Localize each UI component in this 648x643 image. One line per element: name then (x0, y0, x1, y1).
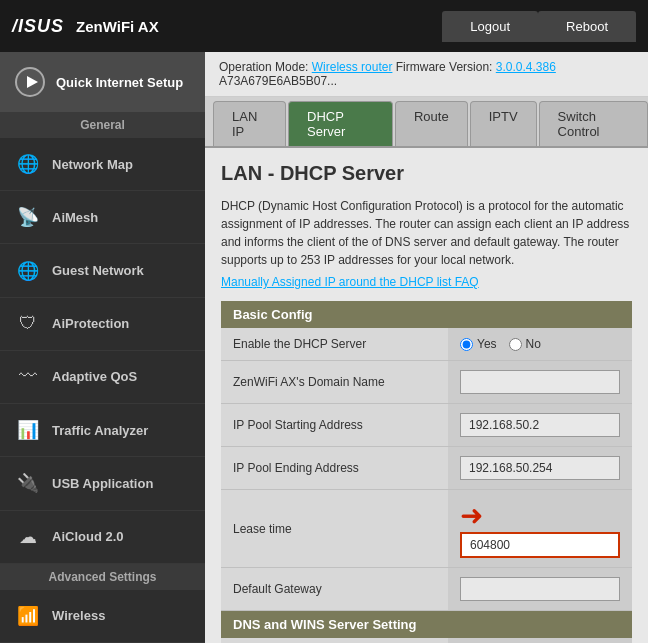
ip-pool-start-value (448, 404, 632, 447)
quick-setup-label: Quick Internet Setup (56, 75, 183, 90)
mac-address: A73A679E6AB5B07... (219, 74, 337, 88)
dhcp-yes-label[interactable]: Yes (460, 337, 497, 351)
guest-network-label: Guest Network (52, 263, 144, 278)
operation-mode-label: Operation Mode: (219, 60, 312, 74)
sidebar-item-aicloud[interactable]: ☁ AiCloud 2.0 (0, 511, 205, 564)
table-row: IP Pool Ending Address (221, 447, 632, 490)
basic-config-table: Enable the DHCP Server Yes No (221, 328, 632, 611)
lease-time-label: Lease time (221, 490, 448, 568)
tab-dhcp-server[interactable]: DHCP Server (288, 101, 393, 146)
traffic-analyzer-icon: 📊 (14, 416, 42, 444)
firmware-label: Firmware Version: (396, 60, 496, 74)
ip-pool-end-input[interactable] (460, 456, 620, 480)
network-map-icon: 🌐 (14, 150, 42, 178)
asus-logo: /ISUS (12, 16, 64, 37)
tab-iptv[interactable]: IPTV (470, 101, 537, 146)
default-gateway-value (448, 568, 632, 611)
default-gateway-input[interactable] (460, 577, 620, 601)
wireless-icon: 📶 (14, 602, 42, 630)
table-row: ZenWiFi AX's Domain Name (221, 361, 632, 404)
tab-lan-ip[interactable]: LAN IP (213, 101, 286, 146)
aimesh-icon: 📡 (14, 203, 42, 231)
aicloud-label: AiCloud 2.0 (52, 529, 124, 544)
table-row: Lease time ➜ (221, 490, 632, 568)
dns-server-label: DNS Server (221, 638, 448, 643)
usb-application-label: USB Application (52, 476, 153, 491)
usb-application-icon: 🔌 (14, 469, 42, 497)
tab-switch-control[interactable]: Switch Control (539, 101, 648, 146)
main-layout: Quick Internet Setup General 🌐 Network M… (0, 52, 648, 643)
quick-setup-icon (14, 66, 46, 98)
dhcp-no-radio[interactable] (509, 338, 522, 351)
ip-pool-end-label: IP Pool Ending Address (221, 447, 448, 490)
tab-bar: LAN IP DHCP Server Route IPTV Switch Con… (205, 97, 648, 148)
sidebar-item-wireless[interactable]: 📶 Wireless (0, 590, 205, 643)
default-gateway-label: Default Gateway (221, 568, 448, 611)
domain-name-value (448, 361, 632, 404)
dhcp-no-label[interactable]: No (509, 337, 541, 351)
network-map-label: Network Map (52, 157, 133, 172)
lease-time-value: ➜ (448, 490, 632, 568)
lease-time-input[interactable] (460, 532, 620, 558)
general-section-label: General (0, 112, 205, 138)
ip-pool-end-value (448, 447, 632, 490)
ip-pool-start-label: IP Pool Starting Address (221, 404, 448, 447)
basic-config-header: Basic Config (221, 301, 632, 328)
logo-area: /ISUS ZenWiFi AX (12, 16, 159, 37)
firmware-version: 3.0.0.4.386 (496, 60, 556, 74)
dhcp-yes-radio[interactable] (460, 338, 473, 351)
ip-pool-start-input[interactable] (460, 413, 620, 437)
app-header: /ISUS ZenWiFi AX Logout Reboot (0, 0, 648, 52)
adaptive-qos-icon: 〰 (14, 363, 42, 391)
main-panel: Operation Mode: Wireless router Firmware… (205, 52, 648, 643)
table-row: Default Gateway (221, 568, 632, 611)
sidebar-item-aiprotection[interactable]: 🛡 AiProtection (0, 298, 205, 351)
quick-internet-setup-item[interactable]: Quick Internet Setup (0, 52, 205, 112)
advanced-settings-label: Advanced Settings (0, 564, 205, 590)
table-row: Enable the DHCP Server Yes No (221, 328, 632, 361)
enable-dhcp-label: Enable the DHCP Server (221, 328, 448, 361)
table-row: DNS Server (221, 638, 632, 643)
dns-server-value (448, 638, 632, 643)
sidebar-item-usb-application[interactable]: 🔌 USB Application (0, 457, 205, 510)
domain-name-input[interactable] (460, 370, 620, 394)
sidebar-item-guest-network[interactable]: 🌐 Guest Network (0, 244, 205, 297)
domain-name-label: ZenWiFi AX's Domain Name (221, 361, 448, 404)
aicloud-icon: ☁ (14, 523, 42, 551)
sidebar-item-network-map[interactable]: 🌐 Network Map (0, 138, 205, 191)
traffic-analyzer-label: Traffic Analyzer (52, 423, 148, 438)
adaptive-qos-label: Adaptive QoS (52, 369, 137, 384)
operation-mode-value: Wireless router (312, 60, 393, 74)
content-area: LAN - DHCP Server DHCP (Dynamic Host Con… (205, 148, 648, 643)
guest-network-icon: 🌐 (14, 257, 42, 285)
dns-config-table: DNS Server (221, 638, 632, 643)
dhcp-radio-group: Yes No (460, 337, 620, 351)
header-buttons: Logout Reboot (442, 11, 636, 42)
reboot-button[interactable]: Reboot (538, 11, 636, 42)
dns-section-header: DNS and WINS Server Setting (221, 611, 632, 638)
sidebar-item-adaptive-qos[interactable]: 〰 Adaptive QoS (0, 351, 205, 404)
logout-button[interactable]: Logout (442, 11, 538, 42)
sidebar-item-aimesh[interactable]: 📡 AiMesh (0, 191, 205, 244)
info-bar: Operation Mode: Wireless router Firmware… (205, 52, 648, 97)
page-description: DHCP (Dynamic Host Configuration Protoco… (221, 197, 632, 269)
arrow-indicator: ➜ (460, 499, 483, 532)
sidebar: Quick Internet Setup General 🌐 Network M… (0, 52, 205, 643)
page-title: LAN - DHCP Server (221, 162, 632, 185)
faq-link[interactable]: Manually Assigned IP around the DHCP lis… (221, 275, 632, 289)
aiprotection-label: AiProtection (52, 316, 129, 331)
sidebar-item-traffic-analyzer[interactable]: 📊 Traffic Analyzer (0, 404, 205, 457)
table-row: IP Pool Starting Address (221, 404, 632, 447)
enable-dhcp-value: Yes No (448, 328, 632, 361)
tab-route[interactable]: Route (395, 101, 468, 146)
aimesh-label: AiMesh (52, 210, 98, 225)
product-name: ZenWiFi AX (76, 18, 159, 35)
wireless-label: Wireless (52, 608, 105, 623)
aiprotection-icon: 🛡 (14, 310, 42, 338)
